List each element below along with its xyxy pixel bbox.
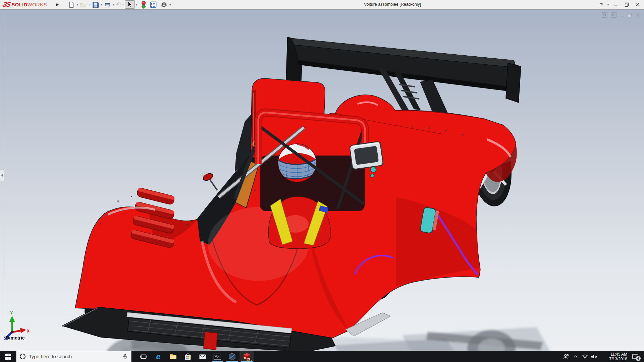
cycle-left-icon: [602, 12, 607, 18]
logo-word-works: WORKS: [28, 2, 47, 7]
print-button[interactable]: [103, 0, 112, 9]
search-input[interactable]: Type here to search: [16, 351, 131, 362]
cycle-right-icon: [611, 12, 616, 18]
properties-list-icon: [150, 1, 157, 8]
doc-cycle-right-button[interactable]: [611, 12, 616, 18]
doc-close-icon: [636, 13, 640, 17]
doc-minimize-icon: [620, 13, 624, 17]
feature-panel-handle[interactable]: [0, 170, 4, 181]
triad-x-label: X: [27, 329, 30, 334]
rebuild-traffic-light-button[interactable]: [140, 0, 147, 9]
svg-text:S: S: [244, 356, 246, 360]
options-button[interactable]: [160, 0, 168, 9]
clock-date: 7/13/2018: [599, 357, 627, 361]
taskbar-app-edge[interactable]: e: [151, 351, 166, 362]
collapse-arrow-icon: [1, 174, 3, 177]
gear-icon: [160, 1, 168, 8]
command-prompt-icon: C:\: [213, 352, 222, 361]
new-document-button[interactable]: [67, 0, 76, 9]
traffic-light-icon: [141, 1, 146, 9]
system-tray: 11:45 AM 7/13/2018 4: [561, 351, 644, 362]
task-view-icon: [140, 353, 148, 361]
close-button[interactable]: [633, 0, 642, 9]
search-placeholder: Type here to search: [29, 354, 119, 359]
taskbar-app-microsoft-store[interactable]: [180, 351, 195, 362]
doc-minimize-button[interactable]: [620, 13, 624, 17]
print-dropdown-caret[interactable]: ▾: [112, 3, 115, 6]
save-dropdown-caret[interactable]: ▾: [100, 3, 103, 6]
menu-expander-arrow-icon[interactable]: ▶: [54, 0, 61, 9]
minimize-button[interactable]: [611, 0, 621, 9]
3d-model-canvas[interactable]: Y X: [0, 9, 644, 351]
taskbar-clock[interactable]: 11:45 AM 7/13/2018: [599, 352, 629, 361]
solidworks-logo-mark: ЗS: [2, 1, 11, 8]
people-icon: [563, 353, 570, 360]
restore-button[interactable]: [622, 0, 631, 9]
new-document-icon: [68, 1, 75, 9]
chevron-up-icon: [573, 354, 578, 359]
wifi-icon: [582, 353, 588, 360]
title-bar: ЗS SOLIDWORKS ▶ ▾ ▾ ▾: [0, 0, 644, 9]
new-dropdown-caret[interactable]: ▾: [76, 3, 79, 6]
logo-word-solid: SOLID: [11, 2, 27, 7]
side-mirror: [202, 172, 214, 182]
volume-button[interactable]: [590, 351, 599, 362]
microsoft-store-icon: [183, 352, 192, 361]
help-dropdown-caret[interactable]: ▾: [606, 3, 610, 6]
edrawings-hexagon-icon: [228, 352, 236, 361]
doc-restore-button[interactable]: [628, 13, 632, 17]
clock-time: 11:45 AM: [599, 352, 627, 357]
doc-restore-icon: [628, 13, 632, 17]
svg-text:C:\: C:\: [215, 355, 219, 357]
open-folder-icon: [80, 1, 87, 9]
edge-icon: e: [156, 353, 160, 361]
triad-y-label: Y: [10, 310, 13, 315]
properties-button[interactable]: [149, 0, 158, 9]
select-tool-button[interactable]: [125, 0, 135, 9]
windows-logo-icon: [5, 354, 11, 360]
doc-close-button[interactable]: [636, 13, 640, 17]
view-orientation-label: *Dimetric: [4, 335, 24, 341]
window-title: Voiture assomblee [Read-only]: [339, 0, 446, 9]
cortana-icon: [20, 354, 25, 359]
solidworks-logo: ЗS SOLIDWORKS: [3, 0, 47, 9]
open-button[interactable]: [79, 0, 88, 9]
taskbar-app-mail[interactable]: [195, 351, 210, 362]
start-button[interactable]: [0, 351, 16, 362]
undo-button: ↶: [115, 0, 121, 9]
undo-icon: ↶: [116, 1, 121, 8]
solidworks-2017-icon: S W 2017: [242, 352, 252, 362]
help-button[interactable]: ?: [598, 0, 605, 9]
air-intake: [350, 141, 383, 170]
close-icon: [635, 3, 639, 7]
taskbar-app-command-prompt[interactable]: C:\: [210, 351, 225, 362]
file-explorer-icon: [169, 352, 177, 361]
graphics-area: Y X: [0, 9, 644, 351]
select-dropdown-caret[interactable]: ▾: [135, 3, 138, 6]
tray-overflow-button[interactable]: [571, 351, 580, 362]
teal-marker: [371, 167, 376, 172]
options-dropdown-caret[interactable]: ▾: [168, 3, 172, 6]
network-button[interactable]: [580, 351, 590, 362]
task-view-button[interactable]: [136, 351, 151, 362]
taskbar-app-solidworks-2017[interactable]: S W 2017: [239, 351, 254, 362]
undo-dropdown-caret: ▾: [121, 3, 125, 6]
select-cursor-icon: [127, 1, 133, 8]
doc-cycle-left-button[interactable]: [602, 12, 607, 18]
notification-badge: 4: [636, 356, 641, 361]
save-button[interactable]: [91, 0, 100, 9]
svg-text:2017: 2017: [247, 359, 252, 362]
save-floppy-icon: [92, 1, 99, 9]
microphone-icon[interactable]: [122, 353, 128, 360]
mail-icon: [198, 352, 207, 361]
people-button[interactable]: [561, 351, 571, 362]
open-dropdown-caret: ▾: [88, 3, 91, 6]
taskbar-app-edrawings[interactable]: [225, 351, 239, 362]
restore-icon: [625, 2, 629, 7]
action-center-button[interactable]: 4: [629, 351, 642, 362]
speaker-muted-icon: [591, 353, 598, 360]
print-icon: [104, 1, 111, 9]
document-window-controls: [602, 12, 640, 18]
taskbar-app-file-explorer[interactable]: [166, 351, 180, 362]
windows-taskbar: Type here to search e: [0, 351, 644, 362]
